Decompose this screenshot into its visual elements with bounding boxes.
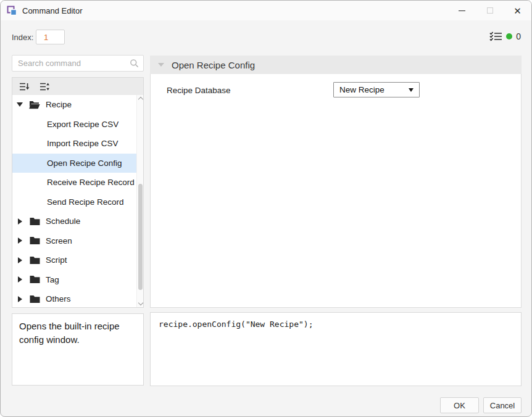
chevron-down-icon xyxy=(409,88,414,92)
config-panel-title: Open Recipe Config xyxy=(172,60,255,70)
tree-item-label: Tag xyxy=(46,275,59,284)
minimize-button[interactable] xyxy=(448,1,476,20)
caret-right-icon[interactable] xyxy=(12,276,27,283)
collapse-all-button[interactable] xyxy=(18,81,31,93)
command-tree-panel: Recipe Export Recipe CSV Import Recipe C… xyxy=(12,77,144,308)
caret-down-icon[interactable] xyxy=(12,102,27,107)
status-count: 0 xyxy=(516,31,521,41)
command-description: Opens the built-in recipe config window. xyxy=(12,313,144,386)
cancel-button[interactable]: Cancel xyxy=(483,397,522,413)
scrollbar-thumb[interactable] xyxy=(138,184,143,290)
scroll-up-icon[interactable] xyxy=(138,97,143,102)
status-green-dot xyxy=(506,33,512,39)
tree-item-label: Others xyxy=(46,294,71,303)
search-box xyxy=(12,55,144,72)
folder-closed-icon xyxy=(27,275,42,284)
scroll-down-icon[interactable] xyxy=(138,300,143,305)
config-panel-body: Recipe Database New Recipe xyxy=(150,74,522,308)
ok-button[interactable]: OK xyxy=(440,397,479,413)
checklist-icon[interactable] xyxy=(489,31,502,41)
tree-item-label: Receive Recipe Record xyxy=(47,178,135,187)
tree-item-send-recipe-record[interactable]: Send Recipe Record xyxy=(12,192,136,212)
tree-item-label: Import Recipe CSV xyxy=(47,139,118,148)
window-controls: ✕ xyxy=(448,1,531,20)
recipe-database-label: Recipe Database xyxy=(167,86,231,95)
config-panel-header[interactable]: Open Recipe Config xyxy=(150,56,522,74)
caret-right-icon[interactable] xyxy=(12,237,27,244)
tree-item-label: Script xyxy=(46,255,67,265)
tree-item-schedule[interactable]: Schedule xyxy=(12,212,136,231)
caret-right-icon[interactable] xyxy=(12,296,27,302)
tree-list: Recipe Export Recipe CSV Import Recipe C… xyxy=(12,95,143,307)
code-preview: recipe.openConfig("New Recipe"); xyxy=(150,312,522,386)
index-label: Index: xyxy=(12,33,33,42)
index-input[interactable] xyxy=(36,30,65,44)
tree-item-script[interactable]: Script xyxy=(12,250,136,270)
tree-item-screen[interactable]: Screen xyxy=(12,231,136,251)
collapse-section-icon[interactable] xyxy=(158,63,164,67)
maximize-button[interactable] xyxy=(476,1,504,20)
tree-item-tag[interactable]: Tag xyxy=(12,270,136,290)
tree-item-receive-recipe-record[interactable]: Receive Recipe Record xyxy=(12,173,136,192)
maximize-icon xyxy=(487,7,493,14)
caret-right-icon[interactable] xyxy=(12,218,27,225)
window-title: Command Editor xyxy=(22,6,83,15)
folder-closed-icon xyxy=(27,217,42,226)
tree-item-import-recipe-csv[interactable]: Import Recipe CSV xyxy=(12,134,136,154)
expand-all-button[interactable] xyxy=(38,81,51,93)
folder-closed-icon xyxy=(27,256,42,265)
tree-item-label: Send Recipe Record xyxy=(47,197,124,207)
close-button[interactable]: ✕ xyxy=(504,1,531,20)
tree-item-others[interactable]: Others xyxy=(12,289,136,307)
tree-item-open-recipe-config[interactable]: Open Recipe Config xyxy=(12,154,136,173)
search-icon xyxy=(130,59,139,68)
tree-item-label: Export Recipe CSV xyxy=(47,120,118,129)
expand-all-icon xyxy=(39,82,50,91)
minimize-icon xyxy=(459,10,465,11)
tree-item-label: Schedule xyxy=(46,217,80,226)
tree-toolbar xyxy=(12,78,143,95)
tree-item-export-recipe-csv[interactable]: Export Recipe CSV xyxy=(12,115,136,134)
tree-item-label: Screen xyxy=(46,236,72,246)
collapse-all-icon xyxy=(19,82,30,91)
tree-item-label: Open Recipe Config xyxy=(47,159,122,168)
command-counter: 0 xyxy=(489,31,521,41)
command-editor-window: Command Editor ✕ Index: 0 xyxy=(0,0,532,417)
recipe-database-dropdown[interactable]: New Recipe xyxy=(333,82,420,97)
dropdown-selected-value: New Recipe xyxy=(339,85,409,94)
caret-right-icon[interactable] xyxy=(12,257,27,263)
folder-closed-icon xyxy=(27,295,42,303)
folder-closed-icon xyxy=(27,236,42,245)
app-logo-icon xyxy=(7,6,17,16)
close-icon: ✕ xyxy=(513,6,522,15)
folder-open-icon xyxy=(27,101,42,109)
tree-scrollbar[interactable] xyxy=(136,95,143,307)
tree-item-label: Recipe xyxy=(46,100,72,109)
titlebar: Command Editor ✕ xyxy=(1,1,531,20)
search-input[interactable] xyxy=(12,59,130,68)
tree-item-recipe[interactable]: Recipe xyxy=(12,95,136,115)
